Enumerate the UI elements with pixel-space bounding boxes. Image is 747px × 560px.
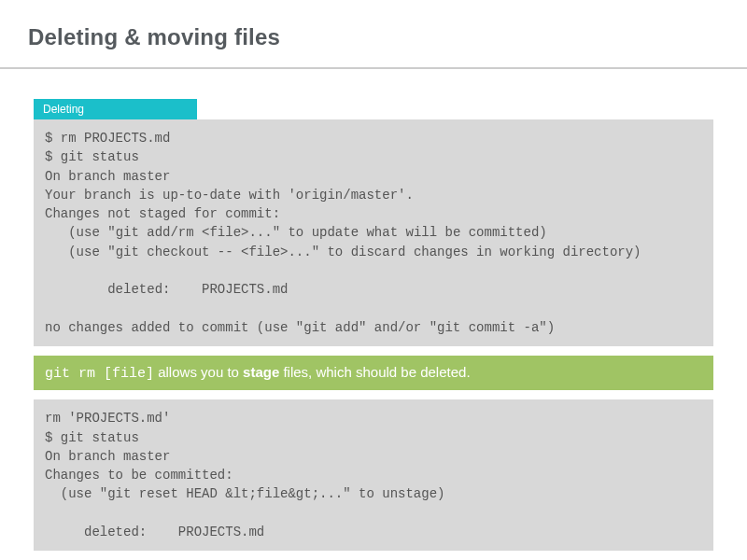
page-title: Deleting & moving files — [28, 24, 719, 50]
page-header: Deleting & moving files — [0, 0, 747, 69]
code-block-rm-status: $ rm PROJECTS.md $ git status On branch … — [34, 119, 713, 346]
callout-command: git rm [file] — [45, 366, 154, 382]
main-content: Deleting $ rm PROJECTS.md $ git status O… — [0, 69, 747, 551]
callout-text-post: files, which should be deleted. — [279, 364, 470, 380]
section-label-deleting: Deleting — [34, 99, 197, 119]
code-block-git-rm-status: rm 'PROJECTS.md' $ git status On branch … — [34, 399, 713, 551]
callout-text-bold: stage — [243, 364, 279, 380]
callout-git-rm: git rm [file] allows you to stage files,… — [34, 356, 713, 390]
callout-text-pre: allows you to — [154, 364, 243, 380]
